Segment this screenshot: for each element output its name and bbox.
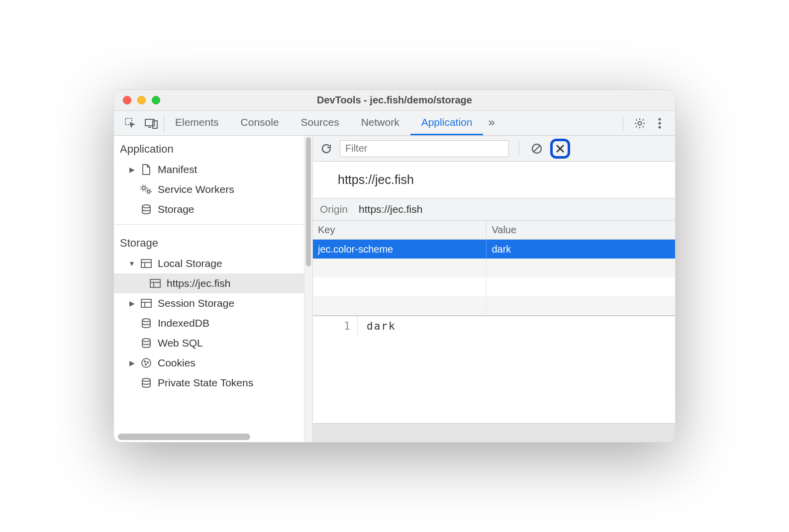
clear-all-icon[interactable] xyxy=(529,141,544,156)
cell-key: jec.color-scheme xyxy=(313,240,487,259)
origin-value: https://jec.fish xyxy=(359,203,422,215)
sidebar-item-label: Session Storage xyxy=(158,297,234,309)
svg-point-8 xyxy=(142,186,145,189)
chevron-right-icon: ▶ xyxy=(129,359,135,367)
sidebar-item-label: Storage xyxy=(158,203,195,215)
svg-point-10 xyxy=(148,190,150,193)
svg-point-24 xyxy=(142,358,151,367)
tab-bar: Elements Console Sources Network Applica… xyxy=(114,111,675,136)
database-icon xyxy=(140,338,153,349)
kebab-menu-icon[interactable] xyxy=(652,116,667,131)
svg-point-7 xyxy=(659,126,661,128)
sidebar-group-application: Application xyxy=(114,136,304,160)
table-header: Key Value xyxy=(313,221,675,240)
refresh-icon[interactable] xyxy=(319,141,334,156)
origin-label: Origin xyxy=(320,203,348,215)
horizontal-scrollbar[interactable] xyxy=(118,434,294,440)
separator xyxy=(114,224,304,225)
svg-point-27 xyxy=(145,364,146,365)
device-toolbar-icon[interactable] xyxy=(144,116,159,131)
svg-point-5 xyxy=(659,118,661,120)
sidebar-item-label: Service Workers xyxy=(158,183,234,195)
svg-point-12 xyxy=(142,205,150,208)
table-row[interactable]: jec.color-scheme dark xyxy=(313,240,675,259)
table-icon xyxy=(149,278,162,288)
preview-text: dark xyxy=(358,316,405,337)
sidebar-item-session-storage[interactable]: ▶ Session Storage xyxy=(114,293,304,313)
panel-tabs: Elements Console Sources Network Applica… xyxy=(164,111,500,135)
svg-point-22 xyxy=(142,319,150,322)
svg-rect-3 xyxy=(153,121,157,128)
chevron-right-icon: ▶ xyxy=(129,299,135,307)
close-window-button[interactable] xyxy=(123,96,131,104)
storage-toolbar xyxy=(313,136,675,162)
sidebar-item-private-state-tokens[interactable]: Private State Tokens xyxy=(114,373,304,393)
cell-value: dark xyxy=(487,240,675,259)
table-row-empty[interactable] xyxy=(313,277,675,296)
preview-footer xyxy=(313,423,675,442)
main-panel: https://jec.fish Origin https://jec.fish… xyxy=(313,136,675,442)
sidebar-item-label: Local Storage xyxy=(158,258,222,269)
chevron-right-icon: ▶ xyxy=(129,166,135,174)
panel-body: Application ▶ Manifest xyxy=(114,136,675,442)
window-title: DevTools - jec.fish/demo/storage xyxy=(114,94,675,106)
sidebar: Application ▶ Manifest xyxy=(114,136,313,442)
svg-point-25 xyxy=(144,361,145,362)
origin-row: Origin https://jec.fish xyxy=(313,198,675,221)
delete-selected-icon[interactable] xyxy=(554,142,567,155)
value-preview: 1 dark xyxy=(313,316,675,442)
gears-icon xyxy=(140,184,153,195)
svg-rect-13 xyxy=(141,260,151,267)
sidebar-item-label: Manifest xyxy=(158,164,197,176)
filter-input[interactable] xyxy=(340,140,509,157)
tab-elements[interactable]: Elements xyxy=(164,111,230,135)
sidebar-item-cookies[interactable]: ▶ Cookies xyxy=(114,353,304,373)
database-icon xyxy=(140,204,153,215)
origin-header: https://jec.fish xyxy=(313,162,675,198)
tab-sources[interactable]: Sources xyxy=(290,111,350,135)
vertical-scrollbar[interactable] xyxy=(304,136,312,442)
sidebar-item-local-storage-origin[interactable]: https://jec.fish xyxy=(114,273,304,293)
svg-point-28 xyxy=(142,378,150,381)
cookie-icon xyxy=(140,357,153,368)
table-row-empty[interactable] xyxy=(313,296,675,315)
table-row-empty[interactable] xyxy=(313,259,675,277)
sidebar-item-websql[interactable]: Web SQL xyxy=(114,333,304,353)
tabs-overflow-icon[interactable]: » xyxy=(483,111,499,135)
database-icon xyxy=(140,377,153,388)
sidebar-item-storage[interactable]: Storage xyxy=(114,199,304,219)
sidebar-item-label: Web SQL xyxy=(158,337,203,349)
devtools-window: DevTools - jec.fish/demo/storage Element… xyxy=(113,89,676,443)
file-icon xyxy=(140,164,153,176)
svg-point-4 xyxy=(638,121,642,125)
sidebar-item-label: https://jec.fish xyxy=(167,277,230,289)
svg-point-11 xyxy=(146,189,151,194)
zoom-window-button[interactable] xyxy=(152,96,160,104)
svg-point-9 xyxy=(141,185,147,191)
titlebar: DevTools - jec.fish/demo/storage xyxy=(114,90,675,111)
sidebar-item-manifest[interactable]: ▶ Manifest xyxy=(114,160,304,179)
tab-application[interactable]: Application xyxy=(410,111,484,135)
delete-selected-highlight xyxy=(550,139,570,159)
window-controls xyxy=(114,96,160,104)
sidebar-item-local-storage[interactable]: ▼ Local Storage xyxy=(114,254,304,273)
column-key[interactable]: Key xyxy=(313,221,487,239)
svg-line-30 xyxy=(534,146,540,152)
column-value[interactable]: Value xyxy=(487,221,675,239)
sidebar-item-indexeddb[interactable]: IndexedDB xyxy=(114,313,304,333)
gear-icon[interactable] xyxy=(632,116,647,131)
svg-point-6 xyxy=(659,122,661,124)
chevron-down-icon: ▼ xyxy=(129,260,135,267)
separator xyxy=(519,142,519,156)
tab-console[interactable]: Console xyxy=(230,111,290,135)
svg-point-26 xyxy=(147,362,148,363)
storage-table: Key Value jec.color-scheme dark xyxy=(313,221,675,316)
minimize-window-button[interactable] xyxy=(137,96,146,104)
svg-rect-16 xyxy=(150,279,160,287)
sidebar-item-label: Cookies xyxy=(158,357,196,369)
inspect-element-icon[interactable] xyxy=(123,116,138,131)
tab-network[interactable]: Network xyxy=(350,111,410,135)
svg-rect-19 xyxy=(141,299,151,307)
sidebar-group-storage: Storage xyxy=(114,230,304,254)
sidebar-item-service-workers[interactable]: Service Workers xyxy=(114,179,304,199)
